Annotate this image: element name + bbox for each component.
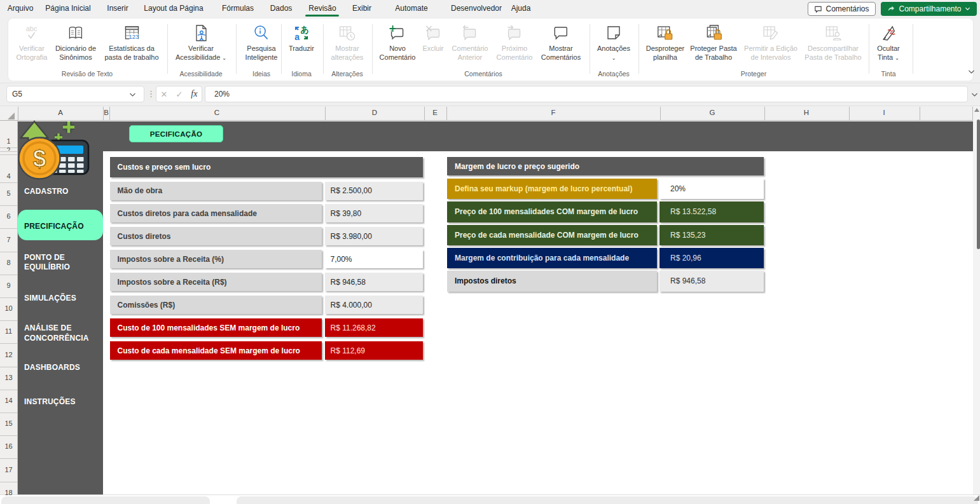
ribbon-button-dicionário-de-sinônimos[interactable]: Dicionário deSinônimos: [55, 24, 96, 62]
row-header-13[interactable]: 13: [0, 374, 17, 381]
column-header-g[interactable]: G: [710, 109, 715, 116]
table-row-value[interactable]: R$ 2.500,00: [325, 182, 424, 200]
column-header-e[interactable]: E: [432, 109, 438, 116]
collapse-ribbon-icon[interactable]: [968, 66, 975, 78]
sidebar-item-dashboards[interactable]: DASHBOARDS: [24, 363, 80, 373]
table-row-value[interactable]: R$ 112,69: [325, 341, 424, 360]
select-all-icon[interactable]: [8, 112, 15, 119]
table-row-value[interactable]: R$ 4.000,00: [325, 296, 424, 314]
ribbon-button-anotações[interactable]: Anotações⌄: [597, 24, 630, 62]
menu-tab-ajuda[interactable]: Ajuda: [511, 0, 531, 17]
table-row-value[interactable]: R$ 39,80: [325, 204, 424, 222]
ribbon-button-mostrar-comentários[interactable]: MostrarComentários: [541, 24, 581, 62]
row-header-15[interactable]: 15: [0, 419, 17, 427]
menu-tab-inserir[interactable]: Inserir: [107, 0, 128, 17]
row-header-14[interactable]: 14: [0, 397, 17, 404]
protect-workbook-icon: [705, 24, 722, 42]
row-header-6[interactable]: 6: [0, 212, 17, 220]
ribbon-button-proteger-pasta-de-trabalho[interactable]: Proteger Pastade Trabalho: [690, 24, 736, 62]
name-box[interactable]: G5: [6, 86, 144, 102]
sidebar-item-ponto-de-equilíbrio[interactable]: PONTO DEEQUILÍBRIO: [24, 253, 70, 273]
ribbon-button-novo-comentário[interactable]: NovoComentário: [380, 24, 416, 62]
ribbon-button-ocultar-tinta[interactable]: OcultarTinta ⌄: [877, 24, 899, 62]
row-header-10[interactable]: 10: [0, 304, 17, 312]
row-header-16[interactable]: 16: [0, 442, 17, 450]
ribbon-button-permitir-a-edição-de-intervalos: Permitir a Ediçãode Intervalos: [744, 24, 797, 62]
expand-formula-bar-icon[interactable]: [971, 89, 978, 100]
ribbon-button-estatísticas-da-pasta-de-trabalho[interactable]: 123Estatísticas dapasta de trabalho: [104, 24, 158, 62]
row-header-17[interactable]: 17: [0, 466, 17, 473]
share-dropdown-icon: [965, 6, 970, 11]
share-button[interactable]: Compartilhamento: [881, 2, 977, 16]
row-grid-line: [0, 458, 17, 459]
name-box-dropdown-icon[interactable]: [129, 89, 136, 100]
menu-tab-layout-da-p-gina[interactable]: Layout da Página: [144, 0, 203, 17]
row-header-12[interactable]: 12: [0, 351, 17, 358]
menu-tab-dados[interactable]: Dados: [270, 0, 293, 17]
ribbon-group-label-anotações: Anotações: [598, 70, 630, 78]
row-grid-line: [0, 482, 17, 482]
vertical-scrollbar-thumb[interactable]: [977, 119, 980, 249]
ribbon-button-verificar-acessibilidade[interactable]: VerificarAcessibilidade ⌄: [176, 24, 226, 62]
row-header-4[interactable]: 4: [0, 172, 17, 180]
column-header-c[interactable]: C: [214, 109, 219, 116]
table-row-value[interactable]: R$ 3.980,00: [325, 227, 424, 245]
column-header-h[interactable]: H: [804, 109, 809, 116]
column-header-d[interactable]: D: [372, 109, 377, 116]
row-grid-line: [0, 182, 17, 183]
row-header-9[interactable]: 9: [0, 282, 17, 289]
row-header-2[interactable]: 2: [0, 147, 17, 151]
scroll-up-icon[interactable]: [974, 108, 979, 112]
formula-bar-splitter[interactable]: ⋮: [147, 86, 155, 102]
menu-tab-f-rmulas[interactable]: Fórmulas: [222, 0, 254, 17]
sheet-tabs-strip[interactable]: [1, 496, 210, 504]
menu-tab-p-gina-inicial[interactable]: Página Inicial: [45, 0, 90, 17]
column-header-b[interactable]: B: [104, 109, 109, 116]
ribbon-button-desproteger-planilha[interactable]: Desprotegerplanilha: [646, 24, 685, 62]
ribbon-button-traduzir[interactable]: あaTraduzir: [289, 24, 314, 53]
sidebar-item-precificação[interactable]: PRECIFICAÇÃO: [24, 222, 84, 232]
horizontal-scrollbar[interactable]: [237, 496, 978, 504]
table-row-value[interactable]: R$ 13.522,58: [659, 201, 764, 222]
menu-tab-arquivo[interactable]: Arquivo: [8, 0, 34, 17]
row-header-8[interactable]: 8: [0, 259, 17, 266]
table-row-value[interactable]: R$ 135,23: [659, 225, 764, 245]
row-header-5[interactable]: 5: [0, 189, 17, 197]
row-header-18[interactable]: 18: [0, 489, 17, 496]
table-row-value[interactable]: R$ 946,58: [659, 271, 764, 291]
confirm-entry-icon[interactable]: ✓: [176, 90, 183, 99]
table-row-value[interactable]: R$ 11.268,82: [325, 318, 424, 337]
sidebar-item-simulações[interactable]: SIMULAÇÕES: [24, 294, 76, 304]
table-row-value[interactable]: R$ 20,96: [659, 248, 764, 268]
row-header-11[interactable]: 11: [0, 327, 17, 335]
column-header-i[interactable]: I: [883, 109, 885, 116]
svg-text:$: $: [33, 146, 46, 172]
row-header-1[interactable]: 1: [0, 137, 17, 145]
column-headers[interactable]: [0, 106, 973, 121]
column-header-f[interactable]: F: [551, 109, 555, 116]
banner-tab-button[interactable]: PECIFICAÇÃO: [129, 125, 223, 142]
sidebar-item-análise-de-concorrência[interactable]: ANÁLISE DECONCORRÊNCIA: [24, 324, 89, 343]
row-grid-line: [0, 390, 17, 390]
column-tick: [18, 107, 18, 120]
row-grid-line: [0, 412, 17, 413]
formula-input[interactable]: 20%: [205, 86, 968, 102]
sidebar-item-cadastro[interactable]: CADASTRO: [24, 187, 69, 197]
menu-tab-revis-o[interactable]: Revisão: [308, 0, 336, 17]
table-row-value[interactable]: 7,00%: [325, 250, 424, 268]
comments-button[interactable]: Comentários: [808, 2, 876, 16]
table-row-value[interactable]: R$ 946,58: [325, 273, 424, 291]
smart-lookup-icon: [252, 24, 270, 42]
menu-tab-exibir[interactable]: Exibir: [352, 0, 371, 17]
menu-tab-desenvolvedor[interactable]: Desenvolvedor: [451, 0, 502, 17]
cancel-entry-icon[interactable]: ✕: [161, 90, 168, 99]
menu-tab-automate[interactable]: Automate: [395, 0, 427, 17]
table-row-label: Impostos diretos: [447, 271, 657, 291]
ribbon-button-pesquisa-inteligente[interactable]: PesquisaInteligente: [245, 24, 278, 62]
row-header-7[interactable]: 7: [0, 236, 17, 243]
insert-function-icon[interactable]: fx: [191, 89, 197, 99]
sidebar-item-instruções[interactable]: INSTRUÇÕES: [24, 397, 76, 407]
column-header-a[interactable]: A: [58, 109, 63, 116]
row-grid-line: [0, 320, 17, 321]
table-row-value[interactable]: 20%: [659, 179, 764, 199]
